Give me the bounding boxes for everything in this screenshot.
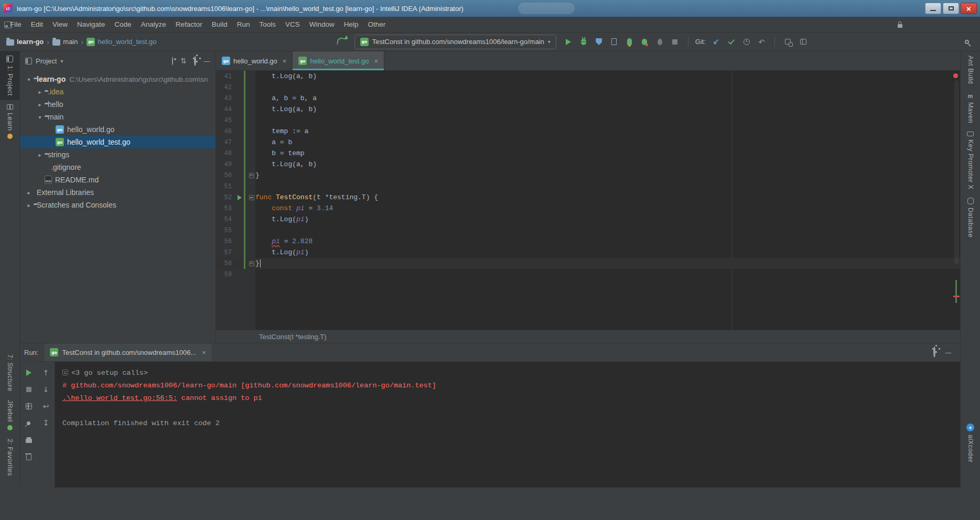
maximize-button[interactable]	[943, 3, 959, 14]
scrollend-button[interactable]: ↧	[40, 417, 52, 429]
rollback-button[interactable]: ↶	[755, 35, 769, 49]
menu-item-other[interactable]: Other	[363, 18, 391, 30]
down-button[interactable]: ↓	[40, 384, 52, 395]
tree-item-gitignore[interactable]: .gitignore	[20, 161, 216, 174]
breadcrumb-item-main[interactable]: main	[52, 38, 78, 46]
expand-arrow-icon[interactable]: ▾	[35, 114, 45, 120]
close-icon[interactable]: ×	[202, 349, 206, 356]
up-button[interactable]: ↑	[40, 367, 52, 378]
editor[interactable]: 41 t.Log(a, b)4243 a, b = b, a44 t.Log(a…	[216, 71, 960, 330]
settings-button[interactable]	[933, 348, 935, 357]
collapse-button[interactable]: ⇅	[180, 57, 187, 65]
menu-item-window[interactable]: Window	[305, 18, 339, 30]
tree-item-hello[interactable]: ▸hello	[20, 98, 216, 111]
tree-item-hello-world-test-go[interactable]: gohello_world_test.go	[20, 136, 216, 148]
tree-item-main[interactable]: ▾main	[20, 111, 216, 123]
jrebel-run-button[interactable]	[622, 35, 637, 49]
menu-item-build[interactable]: Build	[207, 18, 232, 30]
menu-item-view[interactable]: View	[48, 18, 72, 30]
tree-item-hello-world-go[interactable]: gohello_world.go	[20, 123, 216, 136]
locate-button[interactable]	[172, 57, 173, 65]
stop-button[interactable]	[668, 35, 682, 49]
toolwindows-button[interactable]	[781, 35, 795, 49]
expand-arrow-icon[interactable]: ▾	[24, 77, 34, 82]
hide-button[interactable]: —	[945, 348, 952, 357]
tree-item-scratches-and-consoles[interactable]: ▸Scratches and Consoles	[20, 199, 216, 211]
toolwindow-toggle-icon[interactable]	[4, 21, 12, 28]
console-fold-icon[interactable]	[62, 370, 68, 375]
coverage-button[interactable]	[592, 35, 606, 49]
menu-item-vcs[interactable]: VCS	[281, 18, 305, 30]
hide-button[interactable]: —	[203, 57, 210, 65]
tree-item-external-libraries[interactable]: ▸External Libraries	[20, 186, 216, 199]
stripe-tab-2-favorites[interactable]: 2: Favorites	[0, 435, 19, 480]
editor-tab-hello-world-go[interactable]: gohello_world.go×	[216, 51, 293, 70]
stop-button[interactable]	[23, 384, 35, 395]
fold-marker-icon[interactable]	[249, 173, 254, 178]
tree-item-idea[interactable]: ▸.idea	[20, 85, 216, 98]
run-tab[interactable]: go TestConst in github.com/snowdreams100…	[44, 343, 212, 361]
menu-item-tools[interactable]: Tools	[255, 18, 281, 30]
commit-button[interactable]	[724, 35, 738, 49]
stripe-tab-maven[interactable]: mMaven	[961, 89, 980, 127]
menu-item-navigate[interactable]: Navigate	[72, 18, 110, 30]
fold-marker-icon[interactable]	[249, 261, 254, 266]
tab-close-icon[interactable]: ×	[374, 57, 378, 65]
tree-item-strings[interactable]: ▸strings	[20, 148, 216, 161]
jrebel-debug-button[interactable]	[638, 35, 652, 49]
error-stripe-indicator[interactable]	[953, 73, 958, 78]
menu-item-code[interactable]: Code	[110, 18, 136, 30]
stripe-tab-key-promoter-x[interactable]: Key Promoter X	[961, 127, 980, 193]
tree-item-learn-go[interactable]: ▾learn-goC:\Users\Administrator\go\src\g…	[20, 73, 216, 85]
update-project-button[interactable]: ↙	[709, 35, 723, 49]
close-button[interactable]: ×	[961, 3, 977, 14]
breadcrumb-item-learn-go[interactable]: learn-go	[6, 38, 44, 46]
stripe-tab-learn[interactable]: Learn	[0, 100, 19, 143]
debug-button[interactable]	[577, 35, 591, 49]
menu-item-edit[interactable]: Edit	[26, 18, 48, 30]
minimize-button[interactable]	[925, 3, 941, 14]
profiler-button[interactable]	[607, 35, 621, 49]
stripe-tab-database[interactable]: Database	[961, 193, 980, 242]
menu-item-analyze[interactable]: Analyze	[136, 18, 171, 30]
print-button[interactable]	[23, 434, 35, 446]
settings-button[interactable]	[194, 57, 196, 65]
tab-close-icon[interactable]: ×	[283, 57, 287, 65]
stripe-tab-jrebel[interactable]: JRebel	[0, 396, 19, 435]
history-button[interactable]	[739, 35, 753, 49]
breadcrumb-item-hello-world-test-go[interactable]: gohello_world_test.go	[87, 38, 156, 46]
search-everywhere-button[interactable]	[960, 35, 974, 49]
run-config-select[interactable]: go TestConst in github.com/snowdreams100…	[354, 35, 556, 49]
layout-grid-button[interactable]	[23, 400, 35, 412]
menu-item-run[interactable]: Run	[232, 18, 255, 30]
menu-item-refactor[interactable]: Refactor	[171, 18, 207, 30]
fold-marker-icon[interactable]	[249, 195, 254, 200]
rerun-button[interactable]	[23, 367, 35, 378]
chevron-down-icon[interactable]: ▾	[60, 58, 63, 64]
run-console[interactable]: <3 go setup calls># github.com/snowdream…	[55, 362, 960, 488]
stripe-tab-aixcoder[interactable]: aaiXcoder	[961, 419, 980, 467]
expand-arrow-icon[interactable]: ▸	[24, 190, 34, 196]
editor-scrollbar[interactable]	[954, 80, 959, 264]
jrebel-remote-button[interactable]	[653, 35, 667, 49]
expand-arrow-icon[interactable]: ▸	[35, 152, 45, 158]
stripe-tab-7-structure[interactable]: 7: Structure	[0, 350, 19, 396]
pin-button[interactable]	[23, 417, 35, 429]
layout-button[interactable]	[796, 35, 810, 49]
lock-icon[interactable]	[898, 24, 902, 28]
expand-arrow-icon[interactable]: ▸	[24, 202, 34, 208]
run-test-icon[interactable]	[238, 195, 242, 200]
clear-button[interactable]	[23, 451, 35, 462]
editor-tab-hello-world-test-go[interactable]: gohello_world_test.go×	[293, 51, 384, 70]
run-button[interactable]	[562, 35, 576, 49]
editor-breadcrumb[interactable]: TestConst(t *testing.T)	[259, 333, 327, 341]
expand-arrow-icon[interactable]: ▸	[35, 102, 45, 107]
softwrap-button[interactable]: ↩	[40, 400, 52, 412]
stripe-tab-1-project[interactable]: 1: Project	[0, 51, 19, 100]
console-file-link[interactable]: .\hello_world_test.go:56:5:	[62, 394, 177, 402]
stripe-tab-ant-build[interactable]: Ant Build	[961, 51, 980, 89]
error-mark[interactable]	[953, 296, 960, 297]
menu-item-help[interactable]: Help	[339, 18, 363, 30]
expand-arrow-icon[interactable]: ▸	[35, 89, 45, 95]
green-curved-arrow-icon[interactable]	[335, 35, 349, 49]
